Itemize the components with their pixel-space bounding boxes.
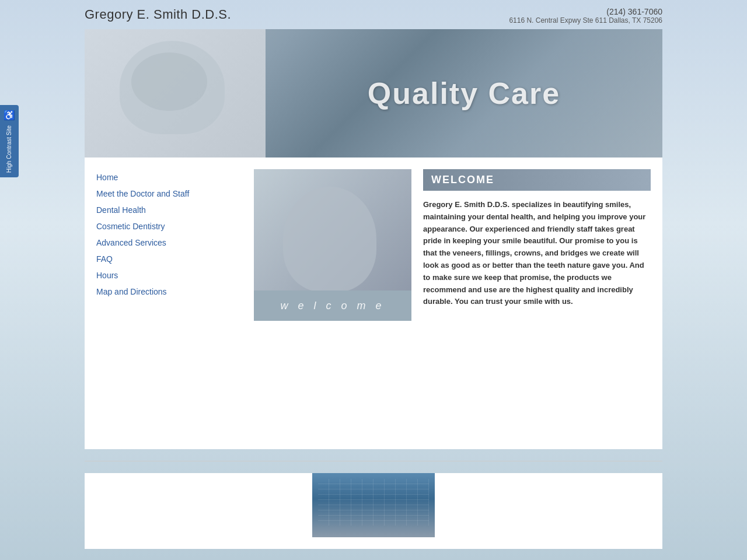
- contact-info: (214) 361-7060 6116 N. Central Expwy Ste…: [509, 7, 662, 24]
- welcome-heading-bar: WELCOME: [423, 169, 651, 191]
- phone-number: (214) 361-7060: [509, 7, 662, 16]
- nav-item-map-directions[interactable]: Map and Directions: [96, 284, 248, 300]
- bottom-content: [85, 473, 662, 549]
- nav-item-advanced-services[interactable]: Advanced Services: [96, 235, 248, 251]
- nav-item-hours[interactable]: Hours: [96, 267, 248, 284]
- banner-heading: Quality Care: [368, 76, 560, 111]
- welcome-body-continuation: specializes in beautifying smiles, maint…: [423, 200, 645, 306]
- content-area: w e l c o m e WELCOME Gregory E. Smith D…: [248, 158, 662, 449]
- nav-item-dental-health[interactable]: Dental Health: [96, 202, 248, 218]
- header: Gregory E. Smith D.D.S. (214) 361-7060 6…: [0, 0, 747, 29]
- welcome-image-label: w e l c o m e: [254, 290, 411, 321]
- welcome-doctor-name: Gregory E. Smith D.D.S.: [423, 200, 509, 209]
- welcome-image: w e l c o m e: [254, 169, 411, 321]
- main-container: Home Meet the Doctor and Staff Dental He…: [85, 158, 662, 449]
- banner-sketch-image: [85, 29, 266, 158]
- nav-item-faq[interactable]: FAQ: [96, 251, 248, 267]
- banner: Quality Care: [85, 29, 662, 158]
- welcome-heading: WELCOME: [431, 174, 494, 186]
- accessibility-icon: ♿: [4, 110, 15, 121]
- banner-text-area: Quality Care: [266, 76, 662, 111]
- accessibility-toggle[interactable]: ♿ High Contrast Site: [0, 105, 19, 177]
- welcome-text-block: WELCOME Gregory E. Smith D.D.S. speciali…: [423, 169, 651, 321]
- accessibility-label: High Contrast Site: [6, 125, 13, 173]
- welcome-body-text: Gregory E. Smith D.D.S. specializes in b…: [423, 199, 651, 308]
- bottom-building-image: [312, 473, 435, 537]
- nav-item-meet-doctor[interactable]: Meet the Doctor and Staff: [96, 186, 248, 202]
- site-title: Gregory E. Smith D.D.S.: [85, 7, 231, 22]
- content-divider: [85, 461, 662, 461]
- nav-item-home[interactable]: Home: [96, 169, 248, 186]
- address: 6116 N. Central Expwy Ste 611 Dallas, TX…: [509, 16, 662, 24]
- nav-item-cosmetic-dentistry[interactable]: Cosmetic Dentistry: [96, 218, 248, 235]
- welcome-face-graphic: [254, 169, 411, 290]
- sidebar-nav: Home Meet the Doctor and Staff Dental He…: [85, 158, 248, 449]
- content-top: w e l c o m e WELCOME Gregory E. Smith D…: [254, 169, 651, 321]
